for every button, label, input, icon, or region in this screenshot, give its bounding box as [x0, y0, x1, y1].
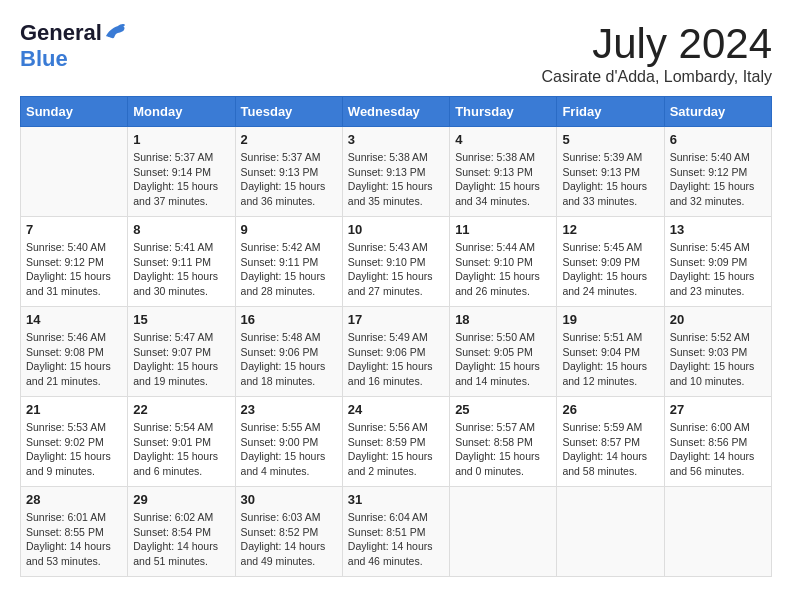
day-info: Sunrise: 6:03 AM Sunset: 8:52 PM Dayligh… [241, 510, 337, 569]
day-info: Sunrise: 5:50 AM Sunset: 9:05 PM Dayligh… [455, 330, 551, 389]
day-number: 5 [562, 132, 658, 147]
month-title: July 2024 [542, 20, 772, 68]
calendar-cell: 30Sunrise: 6:03 AM Sunset: 8:52 PM Dayli… [235, 487, 342, 577]
week-row-4: 21Sunrise: 5:53 AM Sunset: 9:02 PM Dayli… [21, 397, 772, 487]
day-number: 19 [562, 312, 658, 327]
day-info: Sunrise: 5:38 AM Sunset: 9:13 PM Dayligh… [348, 150, 444, 209]
weekday-header-sunday: Sunday [21, 97, 128, 127]
calendar-cell: 19Sunrise: 5:51 AM Sunset: 9:04 PM Dayli… [557, 307, 664, 397]
day-number: 16 [241, 312, 337, 327]
day-info: Sunrise: 5:49 AM Sunset: 9:06 PM Dayligh… [348, 330, 444, 389]
weekday-header-saturday: Saturday [664, 97, 771, 127]
day-info: Sunrise: 5:39 AM Sunset: 9:13 PM Dayligh… [562, 150, 658, 209]
calendar-cell: 18Sunrise: 5:50 AM Sunset: 9:05 PM Dayli… [450, 307, 557, 397]
day-number: 25 [455, 402, 551, 417]
week-row-2: 7Sunrise: 5:40 AM Sunset: 9:12 PM Daylig… [21, 217, 772, 307]
calendar-cell: 7Sunrise: 5:40 AM Sunset: 9:12 PM Daylig… [21, 217, 128, 307]
day-info: Sunrise: 5:41 AM Sunset: 9:11 PM Dayligh… [133, 240, 229, 299]
calendar-cell: 29Sunrise: 6:02 AM Sunset: 8:54 PM Dayli… [128, 487, 235, 577]
day-number: 7 [26, 222, 122, 237]
calendar-cell [664, 487, 771, 577]
calendar-cell: 20Sunrise: 5:52 AM Sunset: 9:03 PM Dayli… [664, 307, 771, 397]
day-number: 3 [348, 132, 444, 147]
week-row-5: 28Sunrise: 6:01 AM Sunset: 8:55 PM Dayli… [21, 487, 772, 577]
calendar-cell: 25Sunrise: 5:57 AM Sunset: 8:58 PM Dayli… [450, 397, 557, 487]
day-number: 17 [348, 312, 444, 327]
week-row-1: 1Sunrise: 5:37 AM Sunset: 9:14 PM Daylig… [21, 127, 772, 217]
page-header: General Blue July 2024 Casirate d'Adda, … [20, 20, 772, 86]
calendar-cell: 15Sunrise: 5:47 AM Sunset: 9:07 PM Dayli… [128, 307, 235, 397]
calendar-cell: 27Sunrise: 6:00 AM Sunset: 8:56 PM Dayli… [664, 397, 771, 487]
day-number: 2 [241, 132, 337, 147]
day-info: Sunrise: 5:54 AM Sunset: 9:01 PM Dayligh… [133, 420, 229, 479]
weekday-header-tuesday: Tuesday [235, 97, 342, 127]
title-block: July 2024 Casirate d'Adda, Lombardy, Ita… [542, 20, 772, 86]
day-info: Sunrise: 5:43 AM Sunset: 9:10 PM Dayligh… [348, 240, 444, 299]
calendar-table: SundayMondayTuesdayWednesdayThursdayFrid… [20, 96, 772, 577]
day-info: Sunrise: 5:59 AM Sunset: 8:57 PM Dayligh… [562, 420, 658, 479]
logo-blue-text: Blue [20, 46, 68, 71]
day-info: Sunrise: 6:01 AM Sunset: 8:55 PM Dayligh… [26, 510, 122, 569]
calendar-cell: 4Sunrise: 5:38 AM Sunset: 9:13 PM Daylig… [450, 127, 557, 217]
day-info: Sunrise: 5:45 AM Sunset: 9:09 PM Dayligh… [670, 240, 766, 299]
weekday-header-row: SundayMondayTuesdayWednesdayThursdayFrid… [21, 97, 772, 127]
calendar-cell: 17Sunrise: 5:49 AM Sunset: 9:06 PM Dayli… [342, 307, 449, 397]
day-info: Sunrise: 5:44 AM Sunset: 9:10 PM Dayligh… [455, 240, 551, 299]
calendar-cell: 3Sunrise: 5:38 AM Sunset: 9:13 PM Daylig… [342, 127, 449, 217]
calendar-cell: 21Sunrise: 5:53 AM Sunset: 9:02 PM Dayli… [21, 397, 128, 487]
day-info: Sunrise: 5:46 AM Sunset: 9:08 PM Dayligh… [26, 330, 122, 389]
week-row-3: 14Sunrise: 5:46 AM Sunset: 9:08 PM Dayli… [21, 307, 772, 397]
calendar-cell [21, 127, 128, 217]
day-info: Sunrise: 5:47 AM Sunset: 9:07 PM Dayligh… [133, 330, 229, 389]
day-info: Sunrise: 5:48 AM Sunset: 9:06 PM Dayligh… [241, 330, 337, 389]
day-number: 12 [562, 222, 658, 237]
day-number: 29 [133, 492, 229, 507]
calendar-cell: 10Sunrise: 5:43 AM Sunset: 9:10 PM Dayli… [342, 217, 449, 307]
day-number: 11 [455, 222, 551, 237]
day-number: 14 [26, 312, 122, 327]
day-info: Sunrise: 5:42 AM Sunset: 9:11 PM Dayligh… [241, 240, 337, 299]
day-number: 26 [562, 402, 658, 417]
day-number: 18 [455, 312, 551, 327]
day-info: Sunrise: 6:02 AM Sunset: 8:54 PM Dayligh… [133, 510, 229, 569]
day-number: 23 [241, 402, 337, 417]
calendar-cell: 12Sunrise: 5:45 AM Sunset: 9:09 PM Dayli… [557, 217, 664, 307]
day-number: 13 [670, 222, 766, 237]
day-info: Sunrise: 5:52 AM Sunset: 9:03 PM Dayligh… [670, 330, 766, 389]
day-number: 8 [133, 222, 229, 237]
day-info: Sunrise: 5:51 AM Sunset: 9:04 PM Dayligh… [562, 330, 658, 389]
calendar-cell: 16Sunrise: 5:48 AM Sunset: 9:06 PM Dayli… [235, 307, 342, 397]
calendar-cell: 11Sunrise: 5:44 AM Sunset: 9:10 PM Dayli… [450, 217, 557, 307]
day-number: 27 [670, 402, 766, 417]
day-info: Sunrise: 5:37 AM Sunset: 9:13 PM Dayligh… [241, 150, 337, 209]
calendar-cell: 9Sunrise: 5:42 AM Sunset: 9:11 PM Daylig… [235, 217, 342, 307]
day-info: Sunrise: 5:45 AM Sunset: 9:09 PM Dayligh… [562, 240, 658, 299]
calendar-cell: 23Sunrise: 5:55 AM Sunset: 9:00 PM Dayli… [235, 397, 342, 487]
weekday-header-wednesday: Wednesday [342, 97, 449, 127]
day-number: 1 [133, 132, 229, 147]
day-number: 24 [348, 402, 444, 417]
calendar-cell: 26Sunrise: 5:59 AM Sunset: 8:57 PM Dayli… [557, 397, 664, 487]
calendar-cell [557, 487, 664, 577]
day-number: 9 [241, 222, 337, 237]
day-number: 6 [670, 132, 766, 147]
calendar-cell: 6Sunrise: 5:40 AM Sunset: 9:12 PM Daylig… [664, 127, 771, 217]
day-info: Sunrise: 5:40 AM Sunset: 9:12 PM Dayligh… [670, 150, 766, 209]
day-number: 30 [241, 492, 337, 507]
calendar-cell [450, 487, 557, 577]
day-info: Sunrise: 5:37 AM Sunset: 9:14 PM Dayligh… [133, 150, 229, 209]
day-info: Sunrise: 5:55 AM Sunset: 9:00 PM Dayligh… [241, 420, 337, 479]
calendar-cell: 2Sunrise: 5:37 AM Sunset: 9:13 PM Daylig… [235, 127, 342, 217]
logo: General Blue [20, 20, 128, 72]
day-number: 28 [26, 492, 122, 507]
calendar-cell: 13Sunrise: 5:45 AM Sunset: 9:09 PM Dayli… [664, 217, 771, 307]
calendar-cell: 31Sunrise: 6:04 AM Sunset: 8:51 PM Dayli… [342, 487, 449, 577]
day-number: 22 [133, 402, 229, 417]
day-info: Sunrise: 6:00 AM Sunset: 8:56 PM Dayligh… [670, 420, 766, 479]
calendar-cell: 14Sunrise: 5:46 AM Sunset: 9:08 PM Dayli… [21, 307, 128, 397]
day-number: 31 [348, 492, 444, 507]
calendar-cell: 8Sunrise: 5:41 AM Sunset: 9:11 PM Daylig… [128, 217, 235, 307]
day-number: 10 [348, 222, 444, 237]
calendar-cell: 24Sunrise: 5:56 AM Sunset: 8:59 PM Dayli… [342, 397, 449, 487]
day-number: 4 [455, 132, 551, 147]
